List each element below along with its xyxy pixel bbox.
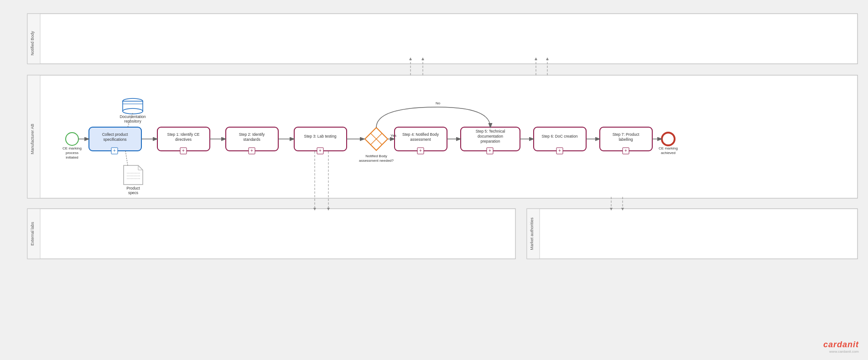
svg-text:+: + — [558, 148, 561, 153]
svg-rect-11 — [123, 101, 143, 111]
logo: cardanit www.cardanit.com — [823, 340, 859, 354]
svg-rect-22 — [294, 127, 347, 151]
svg-marker-46 — [409, 57, 412, 60]
svg-rect-63 — [317, 148, 323, 154]
svg-text:repository: repository — [124, 119, 141, 123]
svg-rect-59 — [180, 148, 187, 154]
svg-rect-57 — [111, 148, 118, 154]
svg-rect-28 — [534, 127, 586, 151]
svg-text:Step 1: Identify CE: Step 1: Identify CE — [167, 132, 200, 137]
logo-brand: cardanit — [823, 340, 859, 350]
diagram-svg: + + + + + + + + CE marking process initi — [0, 0, 868, 360]
svg-marker-50 — [535, 57, 537, 60]
svg-text:Step 6: DoC creation: Step 6: DoC creation — [542, 134, 578, 139]
svg-rect-9 — [89, 127, 141, 151]
svg-rect-69 — [556, 148, 563, 154]
svg-rect-27 — [461, 127, 520, 151]
svg-point-30 — [662, 133, 675, 145]
svg-text:CE marking: CE marking — [659, 146, 678, 150]
svg-text:+: + — [319, 148, 322, 153]
svg-text:Notified Body: Notified Body — [30, 31, 35, 56]
svg-text:Step 3: Lab testing: Step 3: Lab testing — [304, 134, 337, 139]
logo-website: www.cardanit.com — [823, 350, 859, 354]
svg-rect-1 — [27, 75, 858, 198]
svg-text:Notified Body: Notified Body — [365, 154, 387, 158]
svg-marker-48 — [421, 57, 424, 60]
svg-text:process: process — [66, 151, 78, 155]
svg-text:assessment needed?: assessment needed? — [359, 159, 394, 163]
svg-rect-65 — [417, 148, 424, 154]
svg-text:Step 7: Product: Step 7: Product — [613, 132, 639, 137]
svg-rect-2 — [27, 209, 515, 259]
svg-text:Collect product: Collect product — [102, 132, 128, 137]
svg-text:initiated: initiated — [66, 155, 78, 159]
svg-point-10 — [123, 98, 143, 104]
svg-marker-54 — [610, 208, 613, 211]
svg-text:CE marking: CE marking — [62, 146, 82, 150]
svg-text:Yes: Yes — [390, 134, 396, 138]
svg-line-102 — [125, 151, 128, 165]
svg-rect-71 — [623, 148, 629, 154]
svg-rect-29 — [600, 127, 652, 151]
svg-text:Market authorities: Market authorities — [530, 217, 534, 250]
svg-rect-4 — [27, 14, 40, 64]
svg-rect-3 — [527, 209, 858, 259]
svg-marker-52 — [546, 57, 549, 60]
svg-rect-67 — [487, 148, 493, 154]
svg-text:+: + — [250, 148, 253, 153]
svg-rect-26 — [395, 127, 447, 151]
svg-marker-14 — [124, 165, 143, 185]
svg-text:External labs: External labs — [30, 221, 35, 246]
svg-text:preparation: preparation — [480, 139, 500, 144]
svg-text:labelling: labelling — [619, 137, 633, 142]
svg-point-12 — [123, 108, 143, 114]
svg-text:No: No — [436, 101, 441, 105]
svg-text:+: + — [113, 148, 116, 153]
svg-text:documentation: documentation — [478, 134, 503, 139]
svg-point-8 — [66, 133, 78, 145]
svg-text:specs: specs — [128, 190, 138, 195]
svg-rect-7 — [527, 209, 540, 259]
svg-text:standards: standards — [243, 137, 260, 142]
svg-marker-56 — [621, 208, 624, 211]
svg-text:specifications: specifications — [103, 137, 126, 142]
diagram-container: + + + + + + + + CE marking process initi — [0, 0, 868, 360]
svg-rect-6 — [27, 209, 40, 259]
svg-marker-23 — [365, 128, 388, 150]
svg-rect-5 — [27, 75, 40, 198]
svg-text:Manufacturer AB: Manufacturer AB — [30, 123, 35, 154]
svg-rect-21 — [226, 127, 278, 151]
svg-text:+: + — [182, 148, 185, 153]
svg-text:achieved: achieved — [661, 151, 676, 155]
svg-text:+: + — [624, 148, 627, 153]
svg-text:Step 2: Identify: Step 2: Identify — [239, 132, 265, 137]
svg-text:Step 5: Technical: Step 5: Technical — [476, 129, 505, 134]
svg-rect-0 — [27, 14, 858, 64]
svg-rect-20 — [157, 127, 210, 151]
svg-text:Step 4: Notified Body: Step 4: Notified Body — [402, 132, 439, 137]
svg-rect-61 — [249, 148, 255, 154]
svg-text:assessment: assessment — [410, 137, 431, 142]
svg-text:directives: directives — [175, 137, 192, 142]
svg-text:Product: Product — [126, 186, 140, 190]
svg-line-25 — [371, 134, 382, 144]
svg-text:+: + — [419, 148, 422, 153]
svg-line-101 — [128, 113, 133, 127]
svg-marker-42 — [313, 208, 316, 211]
svg-line-24 — [371, 134, 382, 144]
svg-text:+: + — [489, 148, 491, 153]
svg-text:Documentation: Documentation — [120, 114, 146, 119]
svg-marker-44 — [327, 208, 330, 211]
